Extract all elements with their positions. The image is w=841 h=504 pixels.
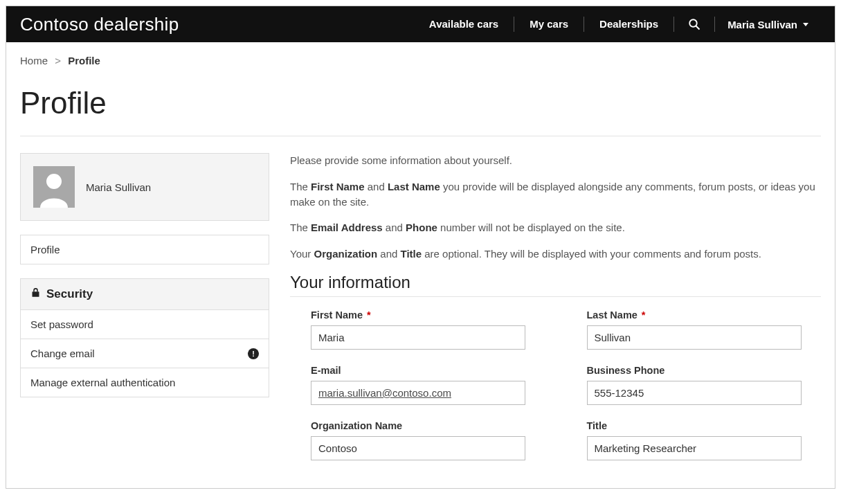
breadcrumb-current: Profile xyxy=(68,55,100,66)
user-card-name: Maria Sullivan xyxy=(86,181,151,193)
email-label: E-mail xyxy=(311,365,545,376)
top-navbar: Contoso dealership Available cars My car… xyxy=(6,6,835,42)
lock-icon xyxy=(30,287,41,301)
business-phone-label: Business Phone xyxy=(587,365,822,376)
intro-p1: Please provide some information about yo… xyxy=(290,153,821,168)
svg-point-3 xyxy=(46,174,62,189)
sidebar-nav-primary: Profile xyxy=(20,235,269,264)
user-menu[interactable]: Maria Sullivan xyxy=(715,19,821,30)
last-name-label: Last Name * xyxy=(587,309,822,321)
nav-my-cars[interactable]: My cars xyxy=(514,16,584,33)
intro-p3: The Email Address and Phone number will … xyxy=(290,220,821,235)
title-divider xyxy=(20,136,821,136)
sidebar-header-label: Security xyxy=(46,287,93,301)
breadcrumb-home[interactable]: Home xyxy=(20,55,48,66)
breadcrumb: Home > Profile xyxy=(20,55,821,66)
svg-point-0 xyxy=(689,19,697,27)
first-name-label: First Name * xyxy=(311,309,545,321)
intro-p4: Your Organization and Title are optional… xyxy=(290,246,821,262)
last-name-input[interactable] xyxy=(587,325,802,350)
search-icon[interactable] xyxy=(674,16,714,33)
required-marker: * xyxy=(364,309,371,321)
section-divider xyxy=(290,296,821,297)
sidebar-item-label: Change email xyxy=(30,348,95,359)
org-name-label: Organization Name xyxy=(311,420,545,431)
sidebar-nav-security: Security Set password Change email ! Man… xyxy=(20,278,269,397)
title-label: Title xyxy=(587,420,822,431)
svg-line-1 xyxy=(696,26,699,29)
avatar xyxy=(33,166,75,208)
chevron-down-icon xyxy=(803,23,808,26)
nav-available-cars[interactable]: Available cars xyxy=(414,16,514,33)
svg-rect-4 xyxy=(33,291,39,297)
intro-p2: The First Name and Last Name you provide… xyxy=(290,179,821,210)
email-input[interactable] xyxy=(311,381,525,405)
nav-dealerships[interactable]: Dealerships xyxy=(584,16,673,33)
required-marker: * xyxy=(639,309,646,321)
breadcrumb-separator: > xyxy=(55,55,61,66)
sidebar-item-change-email[interactable]: Change email ! xyxy=(21,339,269,368)
section-heading: Your information xyxy=(290,273,821,292)
title-input[interactable] xyxy=(587,436,802,460)
intro-text: Please provide some information about yo… xyxy=(290,153,821,262)
info-icon: ! xyxy=(248,348,259,359)
user-card: Maria Sullivan xyxy=(20,153,269,221)
sidebar-item-set-password[interactable]: Set password xyxy=(21,309,269,339)
sidebar-item-profile[interactable]: Profile xyxy=(21,235,269,264)
business-phone-input[interactable] xyxy=(587,381,802,405)
org-name-input[interactable] xyxy=(311,436,525,460)
user-menu-label: Maria Sullivan xyxy=(727,19,797,30)
sidebar-header-security: Security xyxy=(21,279,269,309)
first-name-input[interactable] xyxy=(311,325,525,350)
sidebar-item-manage-external-auth[interactable]: Manage external authentication xyxy=(21,368,269,397)
brand-title[interactable]: Contoso dealership xyxy=(20,14,179,35)
page-title: Profile xyxy=(20,86,821,120)
